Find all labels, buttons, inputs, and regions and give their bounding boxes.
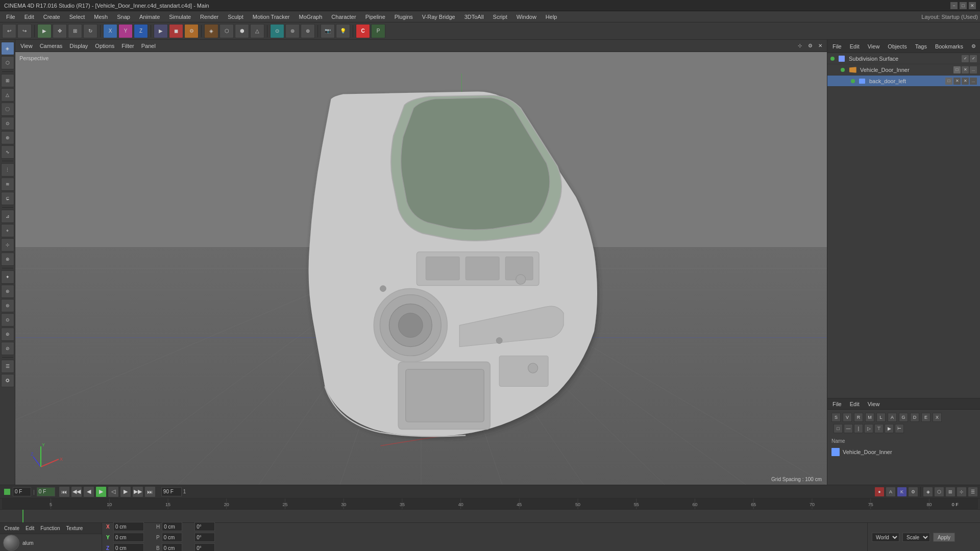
menu-file[interactable]: File xyxy=(2,13,19,21)
go-start-button[interactable]: ⏮ xyxy=(59,486,70,497)
attr-extra-3[interactable]: | xyxy=(854,424,863,433)
tl-mode-2-btn[interactable]: ⬡ xyxy=(934,487,944,497)
render-button[interactable]: ◼ xyxy=(169,24,183,38)
play-reverse-button[interactable]: ◁ xyxy=(108,486,119,497)
menu-edit[interactable]: Edit xyxy=(20,13,38,21)
tl-mode-5-btn[interactable]: ☰ xyxy=(968,487,978,497)
tl-mode-3-btn[interactable]: ⊞ xyxy=(945,487,955,497)
vp-menu-options[interactable]: Options xyxy=(92,42,117,50)
viewport[interactable]: View Cameras Display Options Filter Pane… xyxy=(15,40,827,485)
rotate-tool-button[interactable]: ↻ xyxy=(83,24,97,38)
hierarchy-item-subdivision[interactable]: Subdivision Surface ✓ ✓ xyxy=(827,53,980,64)
bd-ctrl-3[interactable]: ✕ xyxy=(962,78,969,85)
prev-key-button[interactable]: ◀◀ xyxy=(71,486,82,497)
left-tool-16[interactable]: ✦ xyxy=(1,270,14,284)
frame-end-input[interactable] xyxy=(161,487,182,496)
tl-mode-4-btn[interactable]: ⊹ xyxy=(957,487,967,497)
rp-tab-edit[interactable]: Edit xyxy=(847,42,863,51)
rp-tab-view[interactable]: View xyxy=(865,42,883,51)
menu-select[interactable]: Select xyxy=(65,13,89,21)
menu-motion-tracker[interactable]: Motion Tracker xyxy=(249,13,294,21)
vp-close-btn[interactable]: ✕ xyxy=(816,41,825,51)
attr-btn-r[interactable]: R xyxy=(854,413,863,422)
next-frame-button[interactable]: ▶ xyxy=(120,486,131,497)
frame-start-input[interactable] xyxy=(13,487,31,496)
p-size-input[interactable] xyxy=(162,533,182,542)
left-tool-8[interactable]: ∿ xyxy=(1,145,14,159)
y-axis-button[interactable]: Y xyxy=(118,24,133,38)
attr-btn-s[interactable]: S xyxy=(831,413,841,422)
menu-snap[interactable]: Snap xyxy=(113,13,134,21)
material-preview[interactable] xyxy=(3,535,19,551)
attr-extra-2[interactable]: — xyxy=(844,424,853,433)
world-select[interactable]: World xyxy=(872,533,899,542)
snap-settings-button[interactable]: ⊛ xyxy=(285,24,300,38)
edge-mode-button[interactable]: ⬢ xyxy=(235,24,249,38)
bd-ctrl-2[interactable]: ✕ xyxy=(953,78,961,85)
attr-extra-5[interactable]: ⊤ xyxy=(874,424,884,433)
left-tool-20[interactable]: ⊚ xyxy=(1,328,14,341)
light-button[interactable]: 💡 xyxy=(336,24,350,38)
rp-tab-objects[interactable]: Objects xyxy=(885,42,910,51)
b-rot-input[interactable] xyxy=(194,543,215,551)
ctrl-check-2[interactable]: ✓ xyxy=(970,55,977,62)
left-tool-18[interactable]: ⊜ xyxy=(1,299,14,312)
render-view-button[interactable]: ▶ xyxy=(154,24,168,38)
go-end-button[interactable]: ⏭ xyxy=(144,486,156,497)
z-axis-button[interactable]: Z xyxy=(134,24,148,38)
move-tool-button[interactable]: ✥ xyxy=(53,24,67,38)
left-tool-17[interactable]: ⊛ xyxy=(1,285,14,298)
attr-btn-g[interactable]: G xyxy=(899,413,908,422)
prev-frame-button[interactable]: ◀ xyxy=(83,486,94,497)
left-tool-2[interactable]: ⬡ xyxy=(1,56,14,69)
camera-button[interactable]: 📷 xyxy=(321,24,335,38)
play-button[interactable]: ▶ xyxy=(95,486,107,497)
frame-current-input[interactable] xyxy=(37,487,55,496)
menu-pipeline[interactable]: Pipeline xyxy=(361,13,389,21)
c4d-logo-button[interactable]: C xyxy=(356,24,370,38)
vp-menu-panel[interactable]: Panel xyxy=(138,42,159,50)
rp-tab-file[interactable]: File xyxy=(829,42,845,51)
menu-help[interactable]: Help xyxy=(542,13,561,21)
render-settings-button[interactable]: ⚙ xyxy=(184,24,199,38)
left-tool-22[interactable]: ☰ xyxy=(1,360,14,373)
mat-create-btn[interactable]: Create xyxy=(2,525,21,532)
left-tool-15[interactable]: ⊗ xyxy=(1,253,14,266)
h-rot-input[interactable] xyxy=(194,522,215,531)
close-button[interactable]: ✕ xyxy=(969,2,976,9)
bd-ctrl-1[interactable]: □ xyxy=(945,78,952,85)
attr-btn-l[interactable]: L xyxy=(876,413,886,422)
python-button[interactable]: P xyxy=(371,24,385,38)
polygon-mode-button[interactable]: △ xyxy=(250,24,264,38)
menu-mograph[interactable]: MoGraph xyxy=(295,13,326,21)
attr-btn-d[interactable]: D xyxy=(910,413,919,422)
menu-simulate[interactable]: Simulate xyxy=(165,13,195,21)
next-key-button[interactable]: ▶▶ xyxy=(132,486,143,497)
rp-tab-tags[interactable]: Tags xyxy=(912,42,930,51)
hierarchy-item-vehicle-door[interactable]: Vehicle_Door_Inner □ ✕ ... xyxy=(827,64,980,76)
left-tool-1[interactable]: ◈ xyxy=(1,42,14,55)
attr-extra-7[interactable]: ⊢ xyxy=(895,424,904,433)
mat-texture-btn[interactable]: Texture xyxy=(64,525,85,532)
left-tool-9[interactable]: ⋮ xyxy=(1,163,14,177)
vp-menu-filter[interactable]: Filter xyxy=(118,42,137,50)
rp-tab-bookmarks[interactable]: Bookmarks xyxy=(932,42,966,51)
b-size-input[interactable] xyxy=(162,543,182,551)
rbp-tab-edit[interactable]: Edit xyxy=(847,400,863,408)
left-tool-10[interactable]: ≋ xyxy=(1,178,14,191)
redo-button[interactable]: ↪ xyxy=(17,24,32,38)
left-tool-5[interactable]: 〇 xyxy=(1,103,14,116)
component-mode-button[interactable]: ⬡ xyxy=(219,24,234,38)
menu-render[interactable]: Render xyxy=(196,13,223,21)
menu-script[interactable]: Script xyxy=(489,13,511,21)
rbp-tab-view[interactable]: View xyxy=(865,400,883,408)
menu-plugins[interactable]: Plugins xyxy=(390,13,417,21)
left-tool-4[interactable]: △ xyxy=(1,88,14,102)
left-tool-13[interactable]: ⌖ xyxy=(1,224,14,237)
hierarchy-item-back-door[interactable]: back_door_left □ ✕ ✕ ... xyxy=(827,76,980,87)
x-axis-button[interactable]: X xyxy=(103,24,117,38)
undo-button[interactable]: ↩ xyxy=(2,24,16,38)
x-position-input[interactable] xyxy=(113,522,144,531)
left-tool-19[interactable]: ⊙ xyxy=(1,313,14,327)
menu-vray[interactable]: V-Ray Bridge xyxy=(418,13,459,21)
